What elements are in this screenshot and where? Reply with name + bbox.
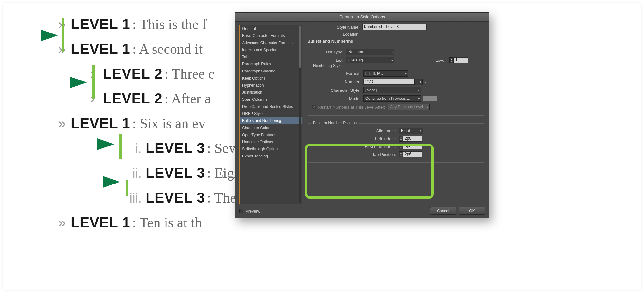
category-item[interactable]: Justification <box>240 89 302 96</box>
bullet-glyph: › <box>90 66 103 82</box>
arrow-annotation <box>72 172 121 192</box>
char-style-select[interactable]: [None] <box>363 87 421 93</box>
play-icon[interactable]: ▸ <box>425 80 426 84</box>
number-flyout[interactable] <box>414 79 423 85</box>
first-line-indent-label: First Line Indent: <box>312 144 399 149</box>
mode-value-field: 1 <box>423 96 437 101</box>
list-type-select[interactable]: Numbers <box>346 49 394 55</box>
restart-select[interactable]: Any Previous Level <box>388 104 430 110</box>
restart-label: Restart Numbers at This Level After: <box>318 105 385 109</box>
category-item[interactable]: Basic Character Formats <box>240 32 302 39</box>
list-select[interactable]: [Default] <box>346 57 394 63</box>
level-label: LEVEL 1 <box>71 41 130 57</box>
bullet-glyph: iii. <box>122 191 142 205</box>
line-body: : A second it <box>132 41 203 57</box>
doc-line: iii.LEVEL 3: The <box>122 190 241 206</box>
restart-checkbox[interactable]: ✓ <box>312 105 316 109</box>
text-caret <box>62 18 64 52</box>
left-indent-stepper[interactable]: ▲▼ 2p0 <box>399 136 422 142</box>
format-label: Format: <box>312 71 363 76</box>
cancel-button[interactable]: Cancel <box>430 207 456 215</box>
level-field[interactable]: 1 <box>454 57 468 63</box>
level-label: LEVEL 1 <box>71 214 130 231</box>
category-list[interactable]: GeneralBasic Character FormatsAdvanced C… <box>239 25 302 204</box>
left-indent-field[interactable]: 2p0 <box>403 136 422 142</box>
bullet-glyph: » <box>58 214 71 231</box>
doc-line: i.LEVEL 3: Sev <box>122 140 241 156</box>
arrow-annotation <box>39 73 88 92</box>
first-line-indent-stepper[interactable]: ▲▼ 0p0 <box>399 144 422 149</box>
level-stepper[interactable]: ▲▼ 1 <box>449 57 468 63</box>
category-item[interactable]: Underline Options <box>240 138 302 146</box>
ok-button[interactable]: OK <box>459 207 485 215</box>
doc-line: ii.LEVEL 3: Eigh <box>122 165 241 181</box>
document-preview: »LEVEL 1: This is the f»LEVEL 1: A secon… <box>58 16 241 239</box>
mode-label: Mode: <box>312 96 363 101</box>
doc-line: »LEVEL 1: A second it <box>58 41 241 57</box>
category-item[interactable]: Export Tagging <box>240 153 302 160</box>
level-label: LEVEL 3 <box>146 140 205 156</box>
doc-line: ›LEVEL 2: After a <box>90 90 241 107</box>
doc-line: »LEVEL 1: Ten is at th <box>58 214 241 231</box>
dialog-title: Paragraph Style Options <box>235 13 489 22</box>
number-label: Number: <box>312 80 363 84</box>
alignment-label: Alignment: <box>312 128 399 133</box>
line-body: : This is the f <box>132 16 207 33</box>
category-item[interactable]: Tabs <box>240 53 302 61</box>
bullet-glyph: ii. <box>122 166 142 181</box>
preview-checkbox[interactable]: ✓ <box>239 209 243 213</box>
bullet-glyph: » <box>58 41 71 57</box>
level-label: LEVEL 1 <box>71 115 130 131</box>
level-label: LEVEL 2 <box>103 90 163 107</box>
level-label: LEVEL 3 <box>146 165 205 181</box>
position-group: Bullet or Number Position Alignment: Rig… <box>308 123 484 163</box>
category-item[interactable]: Drop Caps and Nested Styles <box>240 103 302 110</box>
category-item[interactable]: Indents and Spacing <box>240 46 302 53</box>
alignment-select[interactable]: Right <box>399 128 423 134</box>
number-field[interactable]: ^#.^t <box>363 79 415 85</box>
line-body: : After a <box>165 90 211 107</box>
mode-select[interactable]: Continue from Previous ... <box>363 95 421 102</box>
category-item[interactable]: Span Columns <box>240 96 302 103</box>
bullet-glyph: › <box>90 90 103 107</box>
category-item[interactable]: Advanced Character Formats <box>240 39 302 46</box>
first-line-indent-field[interactable]: 0p0 <box>403 144 422 149</box>
category-item[interactable]: Keep Options <box>240 75 302 82</box>
format-select[interactable]: i, ii, iii, iv... <box>363 70 408 77</box>
text-caret <box>92 65 95 99</box>
line-body: : The <box>207 190 236 206</box>
bullet-glyph: » <box>58 115 71 131</box>
category-item[interactable]: General <box>240 25 302 32</box>
line-body: : Three c <box>165 66 215 82</box>
text-caret <box>119 134 122 159</box>
level-label: LEVEL 3 <box>146 190 205 206</box>
category-item[interactable]: Hyphenation <box>240 82 302 89</box>
category-item[interactable]: OpenType Features <box>240 131 302 138</box>
level-label: LEVEL 2 <box>103 66 163 82</box>
list-type-label: List Type: <box>308 50 346 54</box>
category-item[interactable]: GREP Style <box>240 110 302 117</box>
category-item[interactable]: Character Color <box>240 124 302 131</box>
category-item[interactable]: Bullets and Numbering <box>240 117 302 124</box>
text-caret <box>126 180 128 196</box>
line-body: : Sev <box>207 140 236 156</box>
bullet-glyph: i. <box>122 141 142 156</box>
level-label: LEVEL 1 <box>71 16 130 32</box>
left-indent-label: Left Indent: <box>312 137 399 141</box>
location-label: Location: <box>308 32 362 37</box>
category-item[interactable]: Paragraph Rules <box>240 61 302 68</box>
preview-label: Preview <box>245 209 260 213</box>
tab-position-label: Tab Position: <box>312 152 399 157</box>
line-body: : Ten is at th <box>132 214 202 231</box>
tab-position-field[interactable]: 2p6 <box>403 151 422 157</box>
category-item[interactable]: Paragraph Shading <box>240 68 302 75</box>
style-name-field[interactable]: Numbered – Level 3 <box>362 24 427 30</box>
numbering-style-group: Numbering Style Format: i, ii, iii, iv..… <box>308 66 484 116</box>
level-label: Level: <box>394 58 449 63</box>
arrow-annotation <box>67 135 115 154</box>
tab-position-stepper[interactable]: ▲▼ 2p6 <box>399 151 422 157</box>
group-legend: Numbering Style <box>311 63 344 68</box>
line-body: : Six is an ev <box>132 115 205 132</box>
scrollbar-thumb[interactable] <box>299 26 301 68</box>
category-item[interactable]: Strikethrough Options <box>240 146 302 153</box>
